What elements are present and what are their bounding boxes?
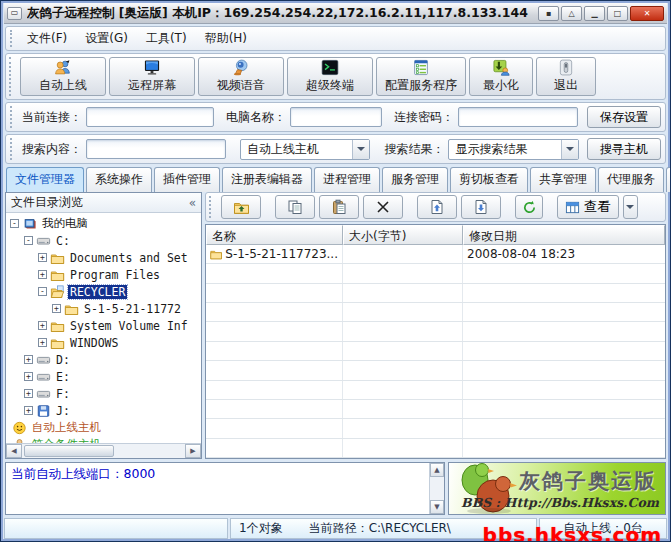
system-menu-icon[interactable]: ▭ [7,7,22,20]
view-button[interactable]: 查看 [557,195,619,219]
title-bar[interactable]: ▭ 灰鸽子远程控制 [奥运版] 本机IP：169.254.254.22,172.… [4,3,667,24]
drag-grip[interactable] [209,196,212,218]
chevron-down-icon [626,205,634,213]
current-connection-input[interactable] [86,107,214,127]
drag-grip[interactable] [10,30,13,47]
tab-process-manager[interactable]: 进程管理 [314,167,380,192]
tree-item-auto-online-hosts[interactable]: 自动上线主机 [8,419,201,436]
tree-horizontal-scrollbar[interactable]: ◀ ▶ [6,443,201,458]
tree-toggle[interactable]: - [10,219,19,228]
tree-item-documents[interactable]: + Documents and Set [8,249,201,266]
tree-toggle[interactable]: + [38,321,47,330]
tree-toggle[interactable]: + [24,372,33,381]
paste-button[interactable] [319,195,359,219]
column-header-size[interactable]: 大小(字节) [343,225,463,245]
configure-server-button[interactable]: 配置服务程序 [376,57,466,96]
view-dropdown-button[interactable] [623,195,638,219]
tree-toggle[interactable]: + [24,355,33,364]
monitor-icon [139,59,165,76]
tree-item-recycler[interactable]: - RECYCLER [8,283,201,300]
close-button[interactable]: ✕ [630,6,664,21]
video-audio-button[interactable]: 视频语音 [198,57,284,96]
search-content-input[interactable] [86,139,226,159]
toolbar-button-label: 最小化 [483,77,519,94]
download-button[interactable] [461,195,501,219]
paste-icon [331,199,347,215]
exit-button[interactable]: 退出 [536,57,596,96]
remote-screen-button[interactable]: 远程屏幕 [109,57,195,96]
empty-row [206,264,665,283]
menu-settings[interactable]: 设置(G) [76,27,137,50]
tray-button[interactable]: ▪ [538,6,559,21]
refresh-button[interactable] [515,195,543,219]
tab-share-manager[interactable]: 共享管理 [530,167,596,192]
password-input[interactable] [458,107,578,127]
directory-tree: - 我的电脑 - C: + Documents and Set + [6,213,201,443]
tree-toggle[interactable]: + [24,389,33,398]
tab-file-manager[interactable]: 文件管理器 [6,167,84,192]
tree-item-drive-e[interactable]: + E: [8,368,201,385]
chevron-down-icon[interactable] [352,140,369,159]
tree-item-sid-folder[interactable]: + S-1-5-21-11772 [8,300,201,317]
tree-toggle[interactable]: + [38,253,47,262]
tree-item-drive-j[interactable]: + J: [8,402,201,419]
tree-toggle[interactable]: + [24,406,33,415]
menu-file[interactable]: 文件(F) [18,27,76,50]
save-settings-button[interactable]: 保存设置 [587,106,661,128]
auto-online-button[interactable]: 自动上线 [20,57,106,96]
tree-toggle[interactable]: + [52,304,61,313]
search-result-select[interactable]: 显示搜索结果 [448,139,579,160]
tree-toggle[interactable]: - [24,236,33,245]
scroll-down-icon[interactable]: ▼ [430,500,444,514]
tree-item-drive-c[interactable]: - C: [8,232,201,249]
column-header-date[interactable]: 修改日期 [463,225,665,245]
tree-toggle[interactable]: + [38,270,47,279]
tree-item-matching-hosts[interactable]: 符合条件主机 [8,436,201,443]
computer-icon [22,217,37,231]
tree-item-drive-d[interactable]: + D: [8,351,201,368]
minimize-button[interactable]: ▁ [584,6,605,21]
drag-grip[interactable] [10,106,13,128]
tree-item-drive-f[interactable]: + F: [8,385,201,402]
scrollbar-thumb[interactable] [24,445,114,457]
menu-tools[interactable]: 工具(T) [137,27,196,50]
tree-item-system-volume[interactable]: + System Volume Inf [8,317,201,334]
tree-item-my-computer[interactable]: - 我的电脑 [8,215,201,232]
collapse-panel-icon[interactable]: « [189,196,196,210]
tab-registry-editor[interactable]: 注册表编辑器 [222,167,312,192]
tree-item-label: F: [54,387,72,401]
search-host-button[interactable]: 搜寻主机 [587,138,661,160]
tab-proxy-service[interactable]: 代理服务 [598,167,664,192]
tree-item-windows[interactable]: + WINDOWS [8,334,201,351]
drag-grip[interactable] [10,138,13,160]
maximize-button[interactable]: □ [607,6,628,21]
copy-button[interactable] [275,195,315,219]
host-type-select[interactable]: 自动上线主机 [240,139,371,160]
column-header-name[interactable]: 名称 [206,225,343,245]
upload-button[interactable] [417,195,457,219]
log-scrollbar[interactable]: ▲ ▼ [429,463,444,514]
tree-toggle[interactable]: - [38,287,47,296]
scroll-right-icon[interactable]: ▶ [185,444,201,458]
tree-toggle[interactable]: + [38,338,47,347]
tab-command-broadcast[interactable]: 命令广播 [666,167,671,192]
tab-clipboard-view[interactable]: 剪切板查看 [450,167,528,192]
delete-button[interactable] [363,195,403,219]
tab-service-manager[interactable]: 服务管理 [382,167,448,192]
scroll-up-icon[interactable]: ▲ [430,463,444,477]
pc-name-input[interactable] [290,107,382,127]
tab-plugin-manager[interactable]: 插件管理 [154,167,220,192]
super-terminal-button[interactable]: 超级终端 [287,57,373,96]
file-row[interactable]: S-1-5-21-117723... 2008-08-04 18:23 [206,245,665,264]
tree-item-label: WINDOWS [68,336,120,350]
tree-item-program-files[interactable]: + Program Files [8,266,201,283]
tab-system-ops[interactable]: 系统操作 [86,167,152,192]
menu-help[interactable]: 帮助(H) [196,27,256,50]
minimize-app-button[interactable]: 最小化 [469,57,533,96]
chevron-down-icon[interactable] [561,140,578,159]
up-folder-button[interactable] [221,195,261,219]
scroll-left-icon[interactable]: ◀ [6,444,22,458]
rollup-button[interactable]: △ [561,6,582,21]
drag-grip[interactable] [9,57,12,96]
view-button-label: 查看 [584,198,611,216]
